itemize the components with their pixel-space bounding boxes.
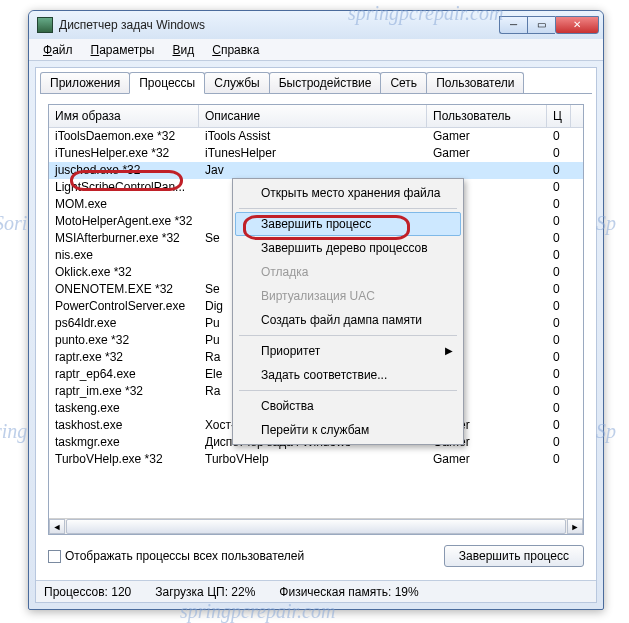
context-menu-item[interactable]: Завершить процесс <box>235 212 461 236</box>
cell: iTunesHelper <box>199 145 427 162</box>
menu-file[interactable]: Файл <box>35 41 81 59</box>
menu-help[interactable]: Справка <box>204 41 267 59</box>
context-menu-item[interactable]: Перейти к службам <box>235 418 461 442</box>
table-row[interactable]: TurboVHelp.exe *32TurboVHelpGamer0 <box>49 451 583 468</box>
tab-applications[interactable]: Приложения <box>40 72 130 94</box>
status-processes: Процессов: 120 <box>44 585 131 599</box>
cell: 0 <box>547 451 571 468</box>
context-menu: Открыть место хранения файлаЗавершить пр… <box>232 178 464 445</box>
status-cpu: Загрузка ЦП: 22% <box>155 585 255 599</box>
cell: 0 <box>547 230 571 247</box>
cell: 0 <box>547 400 571 417</box>
cell: 0 <box>547 264 571 281</box>
cell: 0 <box>547 417 571 434</box>
menu-options[interactable]: Параметры <box>83 41 163 59</box>
cell: TurboVHelp.exe *32 <box>49 451 199 468</box>
cell: ONENOTEM.EXE *32 <box>49 281 199 298</box>
menu-view[interactable]: Вид <box>164 41 202 59</box>
cell: Oklick.exe *32 <box>49 264 199 281</box>
cell: 0 <box>547 383 571 400</box>
cell: 0 <box>547 145 571 162</box>
cell: TurboVHelp <box>199 451 427 468</box>
scroll-right-icon[interactable]: ► <box>567 519 583 534</box>
cell: 0 <box>547 128 571 145</box>
scroll-left-icon[interactable]: ◄ <box>49 519 65 534</box>
tab-network[interactable]: Сеть <box>380 72 427 94</box>
cell: raptr.exe *32 <box>49 349 199 366</box>
context-menu-item: Виртуализация UAC <box>235 284 461 308</box>
tab-strip: Приложения Процессы Службы Быстродействи… <box>36 68 596 94</box>
titlebar[interactable]: Диспетчер задач Windows ─ ▭ ✕ <box>29 11 603 39</box>
checkbox-icon[interactable] <box>48 550 61 563</box>
cell: MotoHelperAgent.exe *32 <box>49 213 199 230</box>
col-image-name[interactable]: Имя образа <box>49 105 199 127</box>
separator <box>239 390 457 391</box>
cell: iToolsDaemon.exe *32 <box>49 128 199 145</box>
cell: 0 <box>547 298 571 315</box>
cell: 0 <box>547 315 571 332</box>
cell: Jav <box>199 162 427 179</box>
cell: taskmgr.exe <box>49 434 199 451</box>
table-row[interactable]: iToolsDaemon.exe *32iTools AssistGamer0 <box>49 128 583 145</box>
show-all-users-checkbox[interactable]: Отображать процессы всех пользователей <box>48 549 304 563</box>
cell: Gamer <box>427 451 547 468</box>
separator <box>239 208 457 209</box>
maximize-button[interactable]: ▭ <box>527 16 555 34</box>
context-menu-item[interactable]: Задать соответствие... <box>235 363 461 387</box>
cell: 0 <box>547 247 571 264</box>
app-icon <box>37 17 53 33</box>
tab-users[interactable]: Пользователи <box>426 72 524 94</box>
close-button[interactable]: ✕ <box>555 16 599 34</box>
cell: LightScribeControlPan... <box>49 179 199 196</box>
table-row[interactable]: jusched.exe *32Jav0 <box>49 162 583 179</box>
col-description[interactable]: Описание <box>199 105 427 127</box>
checkbox-label: Отображать процессы всех пользователей <box>65 549 304 563</box>
cell: MOM.exe <box>49 196 199 213</box>
col-user[interactable]: Пользователь <box>427 105 547 127</box>
cell: iTunesHelper.exe *32 <box>49 145 199 162</box>
window-title: Диспетчер задач Windows <box>59 18 499 32</box>
context-menu-item[interactable]: Завершить дерево процессов <box>235 236 461 260</box>
cell: ps64ldr.exe <box>49 315 199 332</box>
cell: raptr_ep64.exe <box>49 366 199 383</box>
context-menu-item[interactable]: Свойства <box>235 394 461 418</box>
menubar: Файл Параметры Вид Справка <box>29 39 603 61</box>
tab-processes[interactable]: Процессы <box>129 72 205 94</box>
cell: MSIAfterburner.exe *32 <box>49 230 199 247</box>
tab-performance[interactable]: Быстродействие <box>269 72 382 94</box>
tab-services[interactable]: Службы <box>204 72 269 94</box>
cell: 0 <box>547 162 571 179</box>
col-extra[interactable]: Ц <box>547 105 571 127</box>
cell: 0 <box>547 349 571 366</box>
minimize-button[interactable]: ─ <box>499 16 527 34</box>
cell: 0 <box>547 179 571 196</box>
cell: 0 <box>547 213 571 230</box>
end-process-button[interactable]: Завершить процесс <box>444 545 584 567</box>
horizontal-scrollbar[interactable]: ◄ ► <box>49 518 583 534</box>
context-menu-item[interactable]: Открыть место хранения файла <box>235 181 461 205</box>
cell: 0 <box>547 196 571 213</box>
context-menu-item[interactable]: Создать файл дампа памяти <box>235 308 461 332</box>
context-menu-item: Отладка <box>235 260 461 284</box>
cell <box>427 162 547 179</box>
cell: jusched.exe *32 <box>49 162 199 179</box>
table-row[interactable]: iTunesHelper.exe *32iTunesHelperGamer0 <box>49 145 583 162</box>
status-bar: Процессов: 120 Загрузка ЦП: 22% Физическ… <box>36 580 596 602</box>
cell: Gamer <box>427 128 547 145</box>
cell: PowerControlServer.exe <box>49 298 199 315</box>
cell: 0 <box>547 434 571 451</box>
context-menu-item[interactable]: Приоритет▶ <box>235 339 461 363</box>
bottom-row: Отображать процессы всех пользователей З… <box>48 535 584 567</box>
cell: iTools Assist <box>199 128 427 145</box>
cell: punto.exe *32 <box>49 332 199 349</box>
cell: taskhost.exe <box>49 417 199 434</box>
separator <box>239 335 457 336</box>
cell: Gamer <box>427 145 547 162</box>
submenu-arrow-icon: ▶ <box>445 345 453 356</box>
list-header: Имя образа Описание Пользователь Ц <box>49 105 583 128</box>
cell: 0 <box>547 366 571 383</box>
cell: raptr_im.exe *32 <box>49 383 199 400</box>
scroll-thumb[interactable] <box>66 519 566 534</box>
status-memory: Физическая память: 19% <box>279 585 418 599</box>
cell: taskeng.exe <box>49 400 199 417</box>
